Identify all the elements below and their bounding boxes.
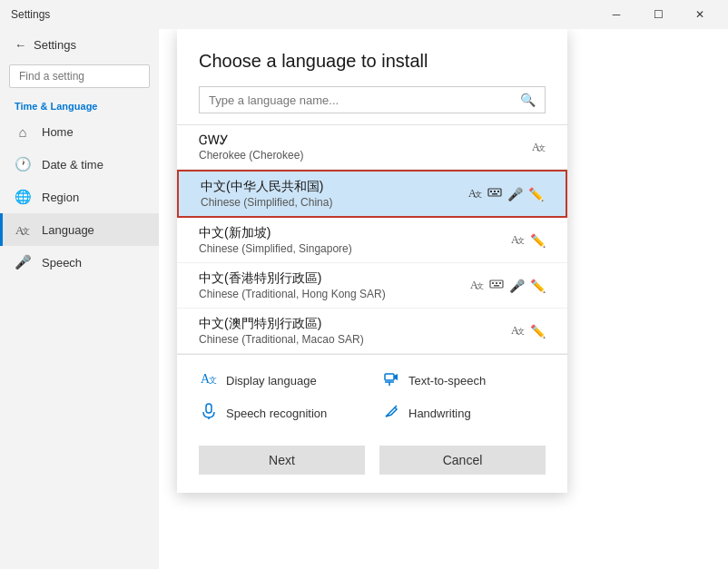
svg-rect-16 xyxy=(492,282,494,284)
language-icon: A 文 xyxy=(15,221,31,238)
tts-icon xyxy=(381,369,401,391)
mic-icon: 🎤 xyxy=(509,279,525,293)
dialog-title: Choose a language to install xyxy=(177,29,567,86)
list-item[interactable]: ᏣᎳᎩ Cherokee (Cherokee) A文 xyxy=(177,125,567,170)
handwriting-icon: ✏️ xyxy=(530,233,546,248)
lang-subname: Chinese (Simplified, China) xyxy=(201,196,467,209)
sidebar-item-date-time[interactable]: 🕐 Date & time xyxy=(0,148,159,181)
lang-info: ᏣᎳᎩ Cherokee (Cherokee) xyxy=(199,132,531,162)
svg-text:文: 文 xyxy=(538,144,546,152)
sidebar-item-label: Date & time xyxy=(42,158,103,172)
home-icon: ⌂ xyxy=(15,123,31,140)
list-item[interactable]: 中文(新加坡) Chinese (Simplified, Singapore) … xyxy=(177,218,567,263)
sidebar-item-region[interactable]: 🌐 Region xyxy=(0,181,159,213)
feature-speech: Speech recognition xyxy=(199,402,363,424)
lang-subname: Chinese (Simplified, Singapore) xyxy=(199,242,510,255)
svg-rect-19 xyxy=(494,285,499,287)
lang-icons: A文 ✏️ xyxy=(510,231,546,249)
keyboard-icon xyxy=(487,185,502,202)
titlebar: Settings ─ ☐ ✕ xyxy=(0,0,728,29)
sidebar-item-speech[interactable]: 🎤 Speech xyxy=(0,246,159,279)
svg-rect-17 xyxy=(496,282,497,284)
font-icon: A文 xyxy=(531,139,546,156)
list-item[interactable]: 中文(香港特別行政區) Chinese (Traditional, Hong K… xyxy=(177,263,567,309)
sidebar-item-label: Home xyxy=(42,125,74,139)
sidebar-back[interactable]: ← Settings xyxy=(0,29,159,61)
next-button[interactable]: Next xyxy=(199,446,365,475)
lang-subname: Chinese (Traditional, Hong Kong SAR) xyxy=(199,288,469,300)
mic-icon: 🎤 xyxy=(15,254,31,270)
svg-rect-7 xyxy=(490,191,492,192)
feature-display: A文 Display language xyxy=(199,369,363,391)
search-icon: 🔍 xyxy=(520,93,536,107)
speech-icon xyxy=(199,402,219,424)
font-icon: A文 xyxy=(510,231,525,249)
cancel-button[interactable]: Cancel xyxy=(379,446,546,475)
lang-icons: A文 🎤 ✏️ xyxy=(469,277,546,294)
lang-subname: Chinese (Traditional, Macao SAR) xyxy=(199,333,510,346)
feature-tts: Text-to-speech xyxy=(381,369,546,391)
font-icon: A文 xyxy=(510,322,525,339)
sidebar-item-language[interactable]: A 文 Language xyxy=(0,213,159,246)
svg-rect-27 xyxy=(206,404,212,413)
feature-label: Handwriting xyxy=(408,407,471,420)
feature-handwriting: Handwriting xyxy=(381,402,546,424)
back-icon: ← xyxy=(15,38,26,52)
maximize-button[interactable]: ☐ xyxy=(637,0,679,29)
lang-icons: A文 xyxy=(531,139,546,156)
app-body: ← Settings Time & Language ⌂ Home 🕐 Date… xyxy=(0,29,728,569)
sidebar-search-input[interactable] xyxy=(9,64,150,88)
svg-text:文: 文 xyxy=(517,328,525,336)
sidebar-item-label: Language xyxy=(42,223,94,237)
lang-info: 中文(澳門特別行政區) Chinese (Traditional, Macao … xyxy=(199,316,510,346)
svg-rect-18 xyxy=(499,282,501,284)
titlebar-controls: ─ ☐ ✕ xyxy=(595,0,721,29)
lang-icons: A文 ✏️ xyxy=(510,322,546,339)
svg-text:文: 文 xyxy=(475,191,482,199)
font-icon: A文 xyxy=(467,185,482,202)
svg-rect-9 xyxy=(497,191,499,192)
handwriting-icon xyxy=(381,402,401,424)
list-item[interactable]: 中文(澳門特別行政區) Chinese (Traditional, Macao … xyxy=(177,309,567,354)
svg-text:文: 文 xyxy=(22,227,30,236)
lang-subname: Cherokee (Cherokee) xyxy=(199,149,531,162)
svg-rect-10 xyxy=(492,193,497,195)
dialog-buttons: Next Cancel xyxy=(177,435,567,493)
svg-text:文: 文 xyxy=(209,376,217,385)
svg-rect-8 xyxy=(494,191,496,192)
lang-icons: A文 🎤 ✏️ xyxy=(467,185,544,202)
clock-icon: 🕐 xyxy=(15,156,31,172)
svg-rect-24 xyxy=(385,374,394,380)
language-search-input[interactable] xyxy=(209,93,520,107)
close-button[interactable]: ✕ xyxy=(679,0,721,29)
language-dialog: Choose a language to install 🔍 ᏣᎳᎩ Chero… xyxy=(177,29,567,493)
svg-text:文: 文 xyxy=(517,237,525,245)
features-section: A文 Display language Text-to-speech xyxy=(177,354,567,435)
lang-name: 中文(新加坡) xyxy=(199,225,510,241)
sidebar: ← Settings Time & Language ⌂ Home 🕐 Date… xyxy=(0,29,159,569)
handwriting-icon: ✏️ xyxy=(530,324,546,338)
lang-info: 中文(新加坡) Chinese (Simplified, Singapore) xyxy=(199,225,510,255)
handwriting-icon: ✏️ xyxy=(530,279,546,293)
feature-label: Text-to-speech xyxy=(408,374,486,388)
sidebar-item-label: Region xyxy=(42,191,79,204)
globe-icon: 🌐 xyxy=(15,189,31,205)
minimize-button[interactable]: ─ xyxy=(595,0,637,29)
lang-name: 中文(中华人民共和国) xyxy=(201,179,467,195)
display-icon: A文 xyxy=(199,369,219,391)
handwriting-icon: ✏️ xyxy=(528,187,544,201)
sidebar-item-home[interactable]: ⌂ Home xyxy=(0,115,159,148)
keyboard-icon xyxy=(489,277,504,294)
list-item[interactable]: 中文(中华人民共和国) Chinese (Simplified, China) … xyxy=(177,170,567,218)
svg-line-29 xyxy=(395,406,397,407)
language-search-box[interactable]: 🔍 xyxy=(199,86,546,113)
feature-label: Speech recognition xyxy=(226,407,327,420)
lang-info: 中文(香港特別行政區) Chinese (Traditional, Hong K… xyxy=(199,270,469,300)
sidebar-item-label: Speech xyxy=(42,256,82,270)
svg-text:文: 文 xyxy=(477,282,484,290)
mic-icon: 🎤 xyxy=(507,187,523,201)
lang-name: 中文(澳門特別行政區) xyxy=(199,316,510,332)
font-icon: A文 xyxy=(469,277,484,294)
lang-name: ᏣᎳᎩ xyxy=(199,132,531,148)
language-list: ᏣᎳᎩ Cherokee (Cherokee) A文 中文(中华人民共和国) C… xyxy=(177,124,567,354)
